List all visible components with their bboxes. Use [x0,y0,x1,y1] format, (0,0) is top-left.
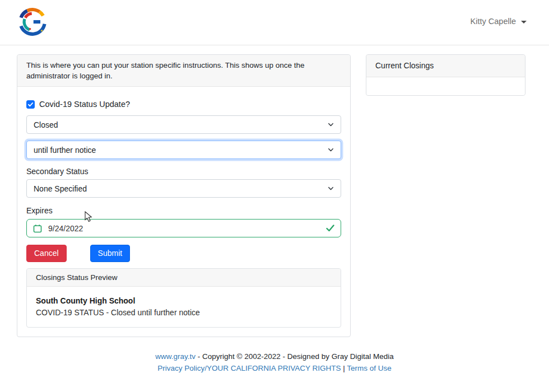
preview-entry-status: COVID-19 STATUS - Closed until further n… [36,307,332,318]
secondary-status-value: None Specified [34,184,87,193]
secondary-status-label: Secondary Status [26,166,341,176]
footer-legal-line: Privacy Policy/YOUR CALIFORNIA PRIVACY R… [0,362,549,374]
user-menu[interactable]: Kitty Capelle [471,17,527,26]
terms-of-use-link[interactable]: Terms of Use [347,364,392,372]
station-instructions: This is where you can put your station s… [17,55,350,87]
checkmark-icon [27,101,34,108]
calendar-icon [33,224,42,233]
chevron-down-icon [328,185,334,192]
chevron-down-icon [328,147,334,153]
expires-label: Expires [26,206,341,216]
station-status-card: This is where you can put your station s… [17,54,351,337]
privacy-policy-link[interactable]: Privacy Policy/YOUR CALIFORNIA PRIVACY R… [157,364,341,372]
status-form: Covid-19 Status Update? Closed until fur… [17,87,350,337]
submit-button[interactable]: Submit [90,245,131,262]
current-closings-list [366,77,525,95]
closings-status-preview-card: Closings Status Preview South County Hig… [26,268,341,328]
expires-date-value: 9/24/2022 [48,224,83,233]
covid-checkbox-label: Covid-19 Status Update? [39,100,130,109]
gray-tv-logo-icon[interactable] [17,6,48,38]
preview-entry-name: South County High School [36,296,332,306]
chevron-down-icon [328,122,334,128]
current-closings-card: Current Closings [366,54,525,96]
status-select-value: Closed [34,120,58,129]
page-footer: www.gray.tv - Copyright © 2002-2022 - De… [0,351,549,374]
duration-select-value: until further notice [34,146,96,155]
secondary-status-select[interactable]: None Specified [26,179,341,198]
footer-copyright-line: www.gray.tv - Copyright © 2002-2022 - De… [0,351,549,362]
preview-title: Closings Status Preview [27,269,341,287]
cancel-button[interactable]: Cancel [26,245,67,262]
expires-date-input[interactable]: 9/24/2022 [26,219,341,237]
footer-separator: | [343,364,345,372]
top-header: Kitty Capelle [0,0,549,45]
caret-down-icon [521,21,527,24]
covid-status-checkbox-row[interactable]: Covid-19 Status Update? [26,100,341,109]
current-closings-title: Current Closings [366,55,525,77]
status-select[interactable]: Closed [26,115,341,134]
valid-check-icon [326,225,334,232]
closings-admin-page: Kitty Capelle This is where you can put … [0,0,549,392]
gray-tv-link[interactable]: www.gray.tv [155,352,196,361]
covid-status-checkbox[interactable] [26,100,35,109]
form-actions: Cancel Submit [26,245,341,262]
copyright-text: - Copyright © 2002-2022 - Designed by Gr… [198,352,394,361]
preview-entry: South County High School COVID-19 STATUS… [27,287,341,327]
duration-select[interactable]: until further notice [26,141,341,159]
user-name: Kitty Capelle [471,17,516,26]
